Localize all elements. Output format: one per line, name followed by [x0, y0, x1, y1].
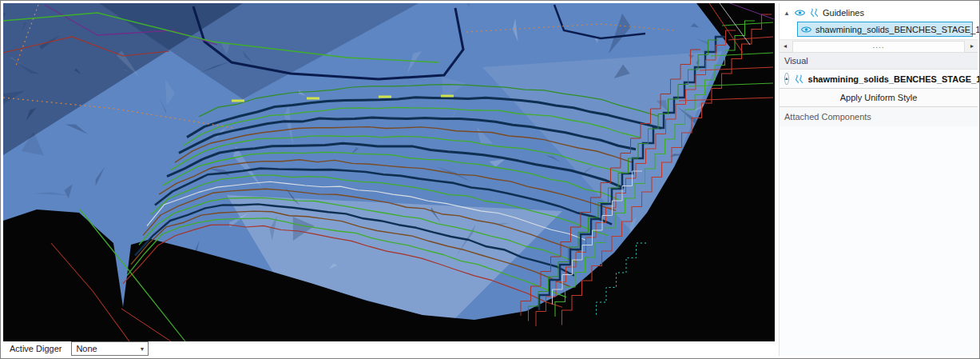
scroll-thumb[interactable]: ∙∙∙∙ [792, 41, 965, 53]
properties-panel: ▴ Guidelines sh [779, 3, 978, 356]
tree-hscrollbar[interactable]: ◂ ∙∙∙∙ ▸ [780, 39, 978, 52]
layers-tree: ▴ Guidelines sh [780, 3, 978, 52]
scroll-left-button[interactable]: ◂ [780, 40, 791, 52]
panel-empty-area [780, 126, 978, 356]
tree-item-guidelines[interactable]: ▴ Guidelines [780, 6, 978, 20]
apply-uniform-style-button[interactable]: Apply Uniform Style [780, 88, 978, 107]
active-digger-label: Active Digger [3, 344, 61, 353]
expander-icon[interactable]: ▴ [783, 9, 791, 17]
tree-item-label: shawmining_solids_BENCHES_STAGE_10 [815, 25, 980, 34]
3d-viewport[interactable] [3, 3, 775, 341]
strings-icon [809, 8, 819, 18]
tree-item-benches[interactable]: shawmining_solids_BENCHES_STAGE_10 [797, 22, 973, 37]
object-expander-icon[interactable]: ▴ [784, 73, 789, 85]
visual-section-header: Visual [780, 52, 978, 70]
strings-icon [794, 74, 803, 84]
eye-icon[interactable] [795, 9, 805, 17]
dropdown-value: None [76, 344, 97, 353]
scroll-right-button[interactable]: ▸ [966, 40, 978, 52]
active-digger-dropdown[interactable]: None ▼ [71, 341, 149, 356]
attached-components-label: Attached Components [780, 107, 978, 126]
viewport-bottom-bar: Active Digger None ▼ [3, 341, 775, 356]
tree-item-label: Guidelines [823, 8, 864, 18]
grip-icon: ∙∙∙∙ [872, 45, 884, 50]
object-name: shawmining_solids_BENCHES_STAGE_10 [808, 74, 980, 84]
eye-icon[interactable] [801, 26, 811, 34]
object-row[interactable]: ▴ shawmining_solids_BENCHES_STAGE_10 [780, 70, 978, 88]
dropdown-arrow-icon: ▼ [137, 346, 146, 352]
terrain-render [3, 3, 775, 341]
